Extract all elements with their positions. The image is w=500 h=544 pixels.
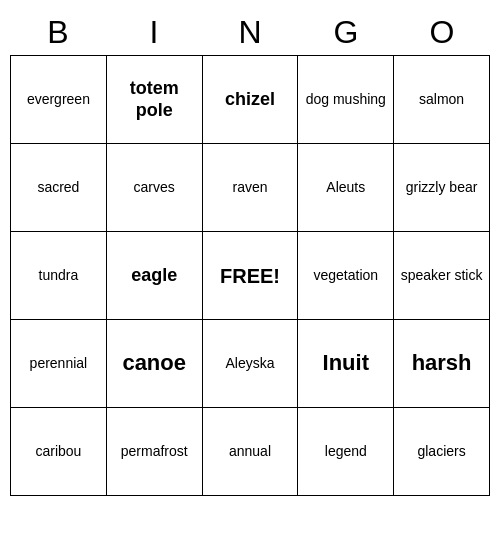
bingo-cell-22: annual xyxy=(203,408,299,496)
bingo-cell-10: tundra xyxy=(11,232,107,320)
bingo-cell-11: eagle xyxy=(107,232,203,320)
bingo-cell-24: glaciers xyxy=(394,408,490,496)
bingo-cell-16: canoe xyxy=(107,320,203,408)
bingo-cell-4: salmon xyxy=(394,56,490,144)
header-n: N xyxy=(202,10,298,55)
bingo-cell-3: dog mushing xyxy=(298,56,394,144)
header-g: G xyxy=(298,10,394,55)
bingo-cell-2: chizel xyxy=(203,56,299,144)
bingo-cell-14: speaker stick xyxy=(394,232,490,320)
header-o: O xyxy=(394,10,490,55)
bingo-grid: evergreentotem polechizeldog mushingsalm… xyxy=(10,55,490,496)
bingo-cell-7: raven xyxy=(203,144,299,232)
bingo-cell-13: vegetation xyxy=(298,232,394,320)
bingo-cell-20: caribou xyxy=(11,408,107,496)
bingo-cell-21: permafrost xyxy=(107,408,203,496)
bingo-header: B I N G O xyxy=(10,10,490,55)
bingo-cell-5: sacred xyxy=(11,144,107,232)
bingo-cell-18: Inuit xyxy=(298,320,394,408)
bingo-card: B I N G O evergreentotem polechizeldog m… xyxy=(10,10,490,496)
header-i: I xyxy=(106,10,202,55)
bingo-cell-8: Aleuts xyxy=(298,144,394,232)
bingo-cell-15: perennial xyxy=(11,320,107,408)
header-b: B xyxy=(10,10,106,55)
bingo-cell-1: totem pole xyxy=(107,56,203,144)
bingo-cell-12: FREE! xyxy=(203,232,299,320)
bingo-cell-23: legend xyxy=(298,408,394,496)
bingo-cell-9: grizzly bear xyxy=(394,144,490,232)
bingo-cell-0: evergreen xyxy=(11,56,107,144)
bingo-cell-17: Aleyska xyxy=(203,320,299,408)
bingo-cell-19: harsh xyxy=(394,320,490,408)
bingo-cell-6: carves xyxy=(107,144,203,232)
